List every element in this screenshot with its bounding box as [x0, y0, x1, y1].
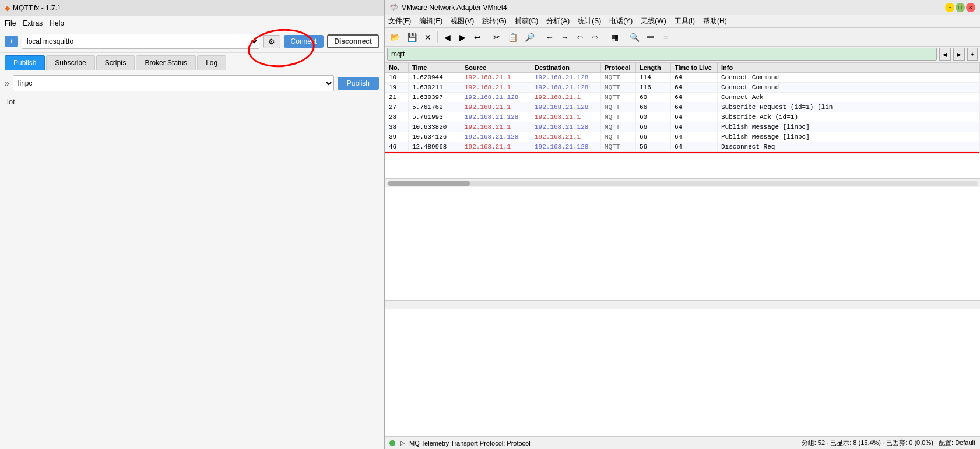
toolbar-separator-3 [540, 31, 540, 43]
toolbar-zoom-in[interactable]: 🔍 [627, 30, 642, 45]
table-row[interactable]: 3910.634126192.168.21.128192.168.21.1MQT… [385, 132, 980, 142]
publish-button[interactable]: Publish [338, 77, 379, 90]
tab-broker-status[interactable]: Broker Status [136, 55, 196, 70]
col-header-source[interactable]: Source [461, 63, 531, 73]
filter-forward-button[interactable]: ▶ [953, 48, 965, 61]
toolbar-close[interactable]: ✕ [421, 30, 435, 45]
toolbar-zoom-reset[interactable]: = [659, 30, 673, 45]
filter-add-button[interactable]: + [967, 48, 978, 61]
packet-table-header: No. Time Source Destination Protocol Len… [385, 63, 980, 73]
table-row[interactable]: 101.620944192.168.21.1192.168.21.128MQTT… [385, 73, 980, 83]
filter-back-button[interactable]: ◀ [939, 48, 951, 61]
window-controls: － □ ✕ [945, 3, 975, 12]
table-row[interactable]: 285.761993192.168.21.128192.168.21.1MQTT… [385, 112, 980, 122]
scrollbar-thumb[interactable] [388, 181, 470, 186]
ws-menu-analyze[interactable]: 分析(A) [546, 16, 570, 26]
close-button[interactable]: ✕ [966, 3, 975, 12]
detail-scrollbar[interactable] [385, 300, 980, 309]
table-row[interactable]: 191.630211192.168.21.1192.168.21.128MQTT… [385, 83, 980, 93]
toolbar-separator-4 [605, 31, 605, 43]
mqttfx-panel: ◆ MQTT.fx - 1.7.1 File Extras Help + loc… [0, 0, 385, 449]
col-header-no[interactable]: No. [385, 63, 409, 73]
status-dot [389, 440, 395, 446]
ws-menu-tools[interactable]: 工具(I) [675, 16, 695, 26]
disconnect-red-line [385, 152, 980, 154]
new-connection-button[interactable]: + [5, 36, 18, 47]
col-header-info[interactable]: Info [718, 63, 980, 73]
mqttfx-title: MQTT.fx - 1.7.1 [13, 4, 61, 12]
toolbar-save[interactable]: 💾 [404, 30, 420, 45]
table-row[interactable]: 3810.633820192.168.21.1192.168.21.128MQT… [385, 122, 980, 132]
topic-dropdown[interactable]: linpc [13, 75, 334, 91]
tabs-bar: Publish Subscribe Scripts Broker Status … [0, 53, 384, 70]
topic-row: » linpc Publish [5, 75, 379, 91]
packet-bytes-pane [385, 309, 980, 436]
ws-menu-wireless[interactable]: 无线(W) [641, 16, 666, 26]
tab-scripts[interactable]: Scripts [96, 55, 135, 70]
packet-detail-pane [385, 187, 980, 300]
table-row[interactable]: 211.630397192.168.21.128192.168.21.1MQTT… [385, 93, 980, 102]
table-row[interactable]: 275.761762192.168.21.1192.168.21.128MQTT… [385, 102, 980, 112]
toolbar-scroll-to-last[interactable]: ⇨ [588, 30, 602, 45]
col-header-ttl[interactable]: Time to Live [671, 63, 718, 73]
ws-menu-stats[interactable]: 统计(S) [578, 16, 601, 26]
ws-menu-file[interactable]: 文件(F) [388, 16, 411, 26]
toolbar-separator-5 [624, 31, 624, 43]
publish-area: » linpc Publish iot [0, 70, 384, 449]
stats-label: 分组: 52 · 已显示: 8 (15.4%) · 已丢弃: 0 (0.0%) … [802, 439, 975, 447]
ws-menu-view[interactable]: 视图(V) [451, 16, 474, 26]
toolbar-restart[interactable]: ↩ [470, 30, 484, 45]
menu-file[interactable]: File [5, 19, 16, 27]
mqttfx-logo-icon: ◆ [5, 4, 10, 12]
toolbar-search[interactable]: 🔎 [522, 30, 538, 45]
mqttfx-titlebar: ◆ MQTT.fx - 1.7.1 [0, 0, 384, 16]
maximize-button[interactable]: □ [956, 3, 965, 12]
toolbar-zoom-out[interactable]: ➖ [644, 30, 658, 45]
menu-extras[interactable]: Extras [23, 19, 43, 27]
wireshark-toolbar: 📂 💾 ✕ ◀ ▶ ↩ ✂ 📋 🔎 ← → ⇦ ⇨ ▦ 🔍 ➖ = [385, 28, 980, 47]
message-content: iot [5, 96, 379, 107]
toolbar-stop-capture[interactable]: ▶ [455, 30, 469, 45]
toolbar-cut[interactable]: ✂ [490, 30, 504, 45]
menu-help[interactable]: Help [50, 19, 64, 27]
ws-menu-go[interactable]: 跳转(G) [482, 16, 506, 26]
col-header-length[interactable]: Length [636, 63, 671, 73]
toolbar-start-capture[interactable]: ◀ [440, 30, 454, 45]
ws-menu-phone[interactable]: 电话(Y) [609, 16, 633, 26]
toolbar-copy[interactable]: 📋 [505, 30, 521, 45]
mqttfx-menubar: File Extras Help [0, 16, 384, 30]
toolbar-scroll-to-first[interactable]: ⇦ [573, 30, 587, 45]
col-header-destination[interactable]: Destination [531, 63, 601, 73]
display-filter-input[interactable] [387, 48, 937, 61]
toolbar-forward[interactable]: → [558, 30, 572, 45]
toolbar-back[interactable]: ← [543, 30, 557, 45]
connect-button[interactable]: Connect [284, 35, 324, 48]
status-arrow-icon: ▷ [400, 439, 405, 447]
protocol-label: MQ Telemetry Transport Protocol: Protoco… [409, 440, 531, 447]
disconnect-button[interactable]: Disconnect [327, 34, 379, 48]
col-header-protocol[interactable]: Protocol [601, 63, 636, 73]
filter-bar: ◀ ▶ + [385, 47, 980, 62]
tab-publish[interactable]: Publish [5, 55, 45, 70]
wireshark-statusbar: ▷ MQ Telemetry Transport Protocol: Proto… [385, 436, 980, 449]
expand-icon[interactable]: » [5, 79, 9, 88]
settings-button[interactable]: ⚙ [263, 35, 280, 48]
wireshark-menubar: 文件(F) 编辑(E) 视图(V) 跳转(G) 捕获(C) 分析(A) 统计(S… [385, 15, 980, 28]
col-header-time[interactable]: Time [409, 63, 461, 73]
ws-menu-capture[interactable]: 捕获(C) [515, 16, 539, 26]
packet-list-scrollbar[interactable] [385, 179, 980, 187]
wireshark-panel: 🦈 VMware Network Adapter VMnet4 － □ ✕ 文件… [385, 0, 980, 449]
wireshark-logo-icon: 🦈 [389, 3, 398, 12]
toolbar-separator-2 [487, 31, 487, 43]
tab-subscribe[interactable]: Subscribe [46, 55, 94, 70]
ws-menu-help[interactable]: 帮助(H) [703, 16, 727, 26]
toolbar-open-file[interactable]: 📂 [387, 30, 403, 45]
tab-log[interactable]: Log [197, 55, 226, 70]
ws-menu-edit[interactable]: 编辑(E) [419, 16, 442, 26]
table-row[interactable]: 4612.489968192.168.21.1192.168.21.128MQT… [385, 142, 980, 152]
connection-bar: + local mosquitto ⚙ Connect Disconnect [0, 30, 384, 53]
minimize-button[interactable]: － [945, 3, 954, 12]
toolbar-colorize[interactable]: ▦ [607, 30, 621, 45]
connection-dropdown[interactable]: local mosquitto [22, 34, 259, 49]
packet-table-body: 101.620944192.168.21.1192.168.21.128MQTT… [385, 73, 980, 154]
